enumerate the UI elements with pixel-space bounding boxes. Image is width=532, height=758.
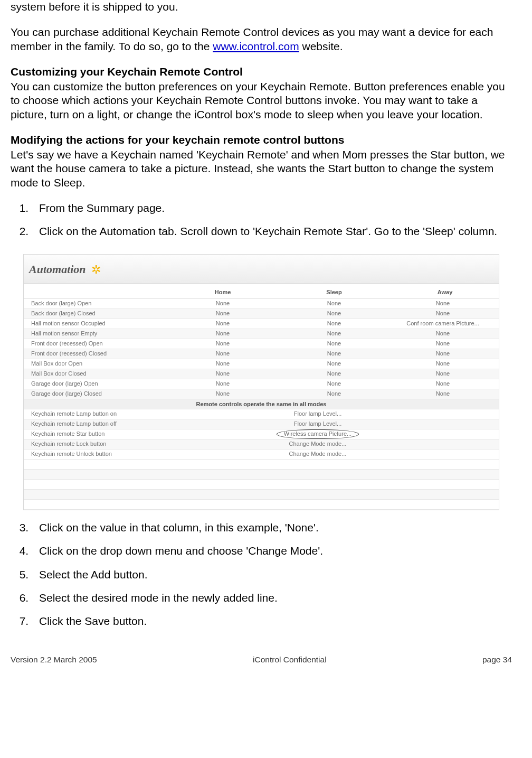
sensor-rows: Back door (large) OpenNoneNoneNoneBack d… bbox=[24, 299, 499, 399]
table-row[interactable]: Keychain remote Unlock buttonChange Mode… bbox=[24, 450, 499, 460]
empty-row bbox=[24, 470, 499, 480]
purchase-para: You can purchase additional Keychain Rem… bbox=[11, 25, 512, 53]
cell-home[interactable]: None bbox=[168, 380, 277, 388]
cell-away[interactable]: None bbox=[391, 390, 499, 398]
row-label: Hall motion sensor Empty bbox=[24, 330, 168, 338]
cell-action[interactable]: Change Mode mode... bbox=[168, 441, 499, 448]
step-item: Select the desired mode in the newly add… bbox=[32, 591, 512, 605]
highlighted-action[interactable]: Wireless camera Picture... bbox=[284, 431, 352, 438]
table-row[interactable]: Mail Box door ClosedNoneNoneNone bbox=[24, 369, 499, 379]
row-label: Garage door (large) Closed bbox=[24, 390, 168, 398]
section1-body: You can customize the button preferences… bbox=[11, 80, 512, 121]
screenshot-header: Automation ✲ bbox=[24, 255, 499, 284]
cell-away[interactable]: None bbox=[391, 350, 499, 358]
table-row[interactable]: Hall motion sensor OccupiedNoneNoneConf … bbox=[24, 319, 499, 329]
row-label: Keychain remote Lamp button off bbox=[24, 420, 168, 428]
cell-sleep[interactable]: None bbox=[277, 310, 391, 317]
row-label: Keychain remote Lamp button on bbox=[24, 410, 168, 418]
col-blank bbox=[24, 289, 168, 296]
automation-screenshot: Automation ✲ Home Sleep Away Back door (… bbox=[23, 254, 499, 510]
table-row[interactable]: Front door (recessed) ClosedNoneNoneNone bbox=[24, 349, 499, 359]
row-label: Hall motion sensor Occupied bbox=[24, 320, 168, 327]
table-row[interactable]: Keychain remote Lock buttonChange Mode m… bbox=[24, 439, 499, 450]
table-header: Home Sleep Away bbox=[24, 284, 499, 299]
row-label: Front door (recessed) Open bbox=[24, 340, 168, 348]
empty-row bbox=[24, 460, 499, 470]
cell-action[interactable]: Wireless camera Picture... bbox=[168, 431, 499, 438]
empty-row bbox=[24, 490, 499, 500]
section1-heading: Customizing your Keychain Remote Control bbox=[11, 65, 512, 79]
row-label: Keychain remote Unlock button bbox=[24, 451, 168, 458]
section2-heading: Modifying the actions for your keychain … bbox=[11, 133, 512, 147]
cell-sleep[interactable]: None bbox=[277, 380, 391, 388]
cell-away[interactable]: None bbox=[391, 300, 499, 307]
cell-home[interactable]: None bbox=[168, 360, 277, 368]
table-row[interactable]: Garage door (large) ClosedNoneNoneNone bbox=[24, 389, 499, 399]
row-label: Back door (large) Closed bbox=[24, 310, 168, 317]
cell-away[interactable]: Conf room camera Picture... bbox=[391, 320, 499, 327]
table-row[interactable]: Front door (recessed) OpenNoneNoneNone bbox=[24, 339, 499, 349]
table-row[interactable]: Hall motion sensor EmptyNoneNoneNone bbox=[24, 329, 499, 339]
steps-list: From the Summary page.Click on the Autom… bbox=[11, 201, 512, 239]
cell-action[interactable]: Change Mode mode... bbox=[168, 451, 499, 458]
row-label: Front door (recessed) Closed bbox=[24, 350, 168, 358]
table-row[interactable]: Back door (large) OpenNoneNoneNone bbox=[24, 299, 499, 309]
section2-body: Let's say we have a Keychain named 'Keyc… bbox=[11, 148, 512, 190]
cell-away[interactable]: None bbox=[391, 360, 499, 368]
cell-sleep[interactable]: None bbox=[277, 330, 391, 338]
row-label: Garage door (large) Open bbox=[24, 380, 168, 388]
cell-sleep[interactable]: None bbox=[277, 370, 391, 378]
footer-confidential: iControl Confidential bbox=[253, 654, 327, 665]
step-item: From the Summary page. bbox=[32, 201, 512, 215]
cell-sleep[interactable]: None bbox=[277, 340, 391, 348]
cell-home[interactable]: None bbox=[168, 350, 277, 358]
cell-home[interactable]: None bbox=[168, 300, 277, 307]
cell-sleep[interactable]: None bbox=[277, 320, 391, 327]
step-item: Click on the Automation tab. Scroll down… bbox=[32, 224, 512, 238]
cell-home[interactable]: None bbox=[168, 310, 277, 317]
steps-list-continued: Click on the value in that column, in th… bbox=[11, 521, 512, 628]
cell-action[interactable]: Floor lamp Level... bbox=[168, 420, 499, 428]
cell-away[interactable]: None bbox=[391, 380, 499, 388]
cell-sleep[interactable]: None bbox=[277, 390, 391, 398]
remote-rows: Keychain remote Lamp button onFloor lamp… bbox=[24, 409, 499, 460]
row-label: Mail Box door Open bbox=[24, 360, 168, 368]
cell-sleep[interactable]: None bbox=[277, 350, 391, 358]
step-item: Select the Add button. bbox=[32, 568, 512, 582]
row-label: Back door (large) Open bbox=[24, 300, 168, 307]
cell-home[interactable]: None bbox=[168, 370, 277, 378]
gear-icon: ✲ bbox=[91, 263, 101, 277]
cell-away[interactable]: None bbox=[391, 330, 499, 338]
cell-home[interactable]: None bbox=[168, 320, 277, 327]
table-row[interactable]: Keychain remote Star buttonWireless came… bbox=[24, 429, 499, 439]
table-row[interactable]: Garage door (large) OpenNoneNoneNone bbox=[24, 379, 499, 389]
table-row[interactable]: Keychain remote Lamp button offFloor lam… bbox=[24, 419, 499, 429]
spacer-rows bbox=[24, 460, 499, 510]
footer-page: page 34 bbox=[482, 654, 512, 665]
cell-away[interactable]: None bbox=[391, 310, 499, 317]
table-row[interactable]: Keychain remote Lamp button onFloor lamp… bbox=[24, 409, 499, 419]
remote-subheader: Remote controls operate the same in all … bbox=[24, 399, 499, 409]
page-footer: Version 2.2 March 2005 iControl Confiden… bbox=[11, 654, 512, 670]
cell-away[interactable]: None bbox=[391, 340, 499, 348]
cell-away[interactable]: None bbox=[391, 370, 499, 378]
table-row[interactable]: Back door (large) ClosedNoneNoneNone bbox=[24, 309, 499, 319]
empty-row bbox=[24, 500, 499, 510]
table-row[interactable]: Mail Box door OpenNoneNoneNone bbox=[24, 359, 499, 369]
cell-action[interactable]: Floor lamp Level... bbox=[168, 410, 499, 418]
empty-row bbox=[24, 480, 499, 490]
row-label: Keychain remote Star button bbox=[24, 431, 168, 438]
cell-sleep[interactable]: None bbox=[277, 300, 391, 307]
icontrol-link[interactable]: www.icontrol.com bbox=[213, 40, 299, 52]
step-item: Click the Save button. bbox=[32, 614, 512, 628]
automation-title: Automation bbox=[29, 262, 86, 277]
cell-sleep[interactable]: None bbox=[277, 360, 391, 368]
step-item: Click on the drop down menu and choose '… bbox=[32, 544, 512, 558]
intro-fragment: system before it is shipped to you. bbox=[11, 0, 512, 14]
cell-home[interactable]: None bbox=[168, 340, 277, 348]
footer-version: Version 2.2 March 2005 bbox=[11, 654, 97, 665]
row-label: Keychain remote Lock button bbox=[24, 441, 168, 448]
cell-home[interactable]: None bbox=[168, 330, 277, 338]
cell-home[interactable]: None bbox=[168, 390, 277, 398]
row-label: Mail Box door Closed bbox=[24, 370, 168, 378]
